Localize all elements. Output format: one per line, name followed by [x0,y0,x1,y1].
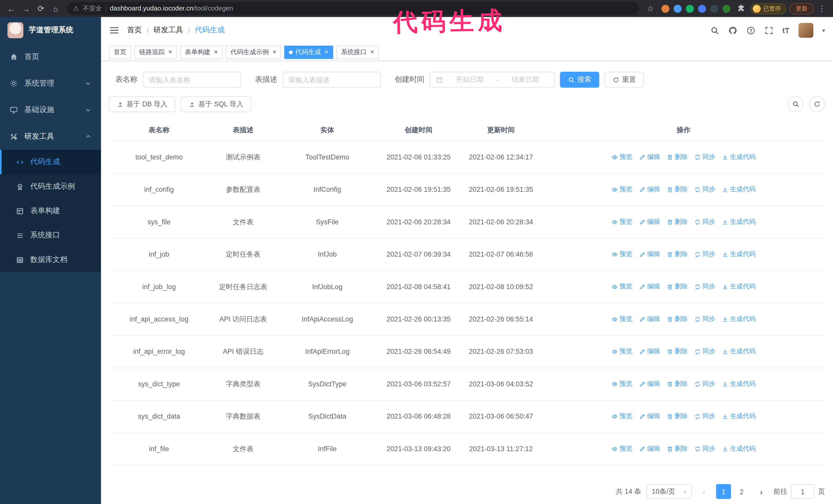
generate-action[interactable]: 生成代码 [722,185,756,194]
preview-action[interactable]: 预览 [612,412,632,421]
sync-action[interactable]: 同步 [695,185,715,194]
preview-action[interactable]: 预览 [612,217,632,226]
generate-action[interactable]: 生成代码 [722,152,756,162]
preview-action[interactable]: 预览 [612,185,632,194]
edit-action[interactable]: 编辑 [639,152,660,162]
extension-icon-6[interactable] [722,5,731,13]
tab-close-icon[interactable]: × [214,49,218,55]
delete-action[interactable]: 删除 [667,250,688,259]
hamburger-icon[interactable] [109,25,119,35]
generate-action[interactable]: 生成代码 [722,379,756,388]
delete-action[interactable]: 删除 [667,152,688,162]
preview-action[interactable]: 预览 [612,379,632,388]
app-logo[interactable]: 芋道管理系统 [0,17,101,44]
sync-action[interactable]: 同步 [695,152,715,162]
breadcrumb-item-1[interactable]: 首页 [127,25,142,35]
generate-action[interactable]: 生成代码 [722,250,756,259]
edit-action[interactable]: 编辑 [639,217,660,226]
generate-action[interactable]: 生成代码 [722,347,756,356]
extension-icon-2[interactable] [673,5,682,13]
generate-action[interactable]: 生成代码 [722,412,756,421]
delete-action[interactable]: 删除 [667,217,688,226]
extension-icon-1[interactable] [662,5,669,13]
tab-6[interactable]: 系统接口× [336,45,379,59]
edit-action[interactable]: 编辑 [639,315,660,323]
delete-action[interactable]: 删除 [667,412,688,421]
browser-update-button[interactable]: 更新 [789,3,814,14]
tab-close-icon[interactable]: × [371,49,374,55]
header-search-icon[interactable] [710,26,719,35]
table-name-input[interactable] [149,76,235,83]
delete-action[interactable]: 删除 [667,347,688,356]
sidebar-subitem-1[interactable]: 代码生成 [0,150,101,174]
delete-action[interactable]: 删除 [667,282,688,291]
generate-action[interactable]: 生成代码 [722,315,756,323]
paused-badge[interactable]: 已暂停 [751,3,786,14]
edit-action[interactable]: 编辑 [639,444,660,453]
generate-action[interactable]: 生成代码 [722,217,756,226]
search-button[interactable]: 搜索 [560,72,599,88]
page-button-1[interactable]: 1 [716,484,731,499]
extension-icon-5[interactable] [710,5,718,13]
sidebar-subitem-4[interactable]: 系统接口 [0,223,101,248]
preview-action[interactable]: 预览 [612,282,632,291]
sync-action[interactable]: 同步 [695,379,715,388]
tab-3[interactable]: 表单构建× [180,45,223,59]
table-desc-input[interactable] [288,76,375,83]
page-button-2[interactable]: 2 [734,484,749,499]
tab-close-icon[interactable]: × [272,49,276,55]
reset-button[interactable]: 重置 [604,72,644,88]
tab-close-icon[interactable]: × [168,49,172,55]
edit-action[interactable]: 编辑 [639,412,660,421]
extension-icon-4[interactable] [698,5,706,13]
generate-action[interactable]: 生成代码 [722,444,756,453]
preview-action[interactable]: 预览 [612,250,632,259]
tab-2[interactable]: 链路追踪× [134,45,177,59]
sync-action[interactable]: 同步 [695,412,715,421]
fullscreen-icon[interactable] [764,26,773,35]
font-size-icon[interactable]: tT [783,26,789,34]
page-size-select[interactable]: 10条/页 ▾ [646,484,691,499]
bookmark-star-icon[interactable]: ☆ [643,2,657,16]
date-range-picker[interactable]: 开始日期 - 结束日期 [430,72,555,88]
extension-icon-3[interactable] [686,5,694,13]
sidebar-item-2[interactable]: 系统管理 [0,70,101,97]
sync-action[interactable]: 同步 [695,282,715,291]
sidebar-item-4[interactable]: 研发工具 [0,123,101,150]
browser-menu-icon[interactable]: ⋮ [815,2,829,16]
sync-action[interactable]: 同步 [695,250,715,259]
delete-action[interactable]: 删除 [667,444,688,453]
browser-home-icon[interactable]: ⌂ [49,2,63,16]
import-sql-button[interactable]: 基于 SQL 导入 [181,96,251,112]
delete-action[interactable]: 删除 [667,379,688,388]
security-warning-label[interactable]: 不安全 [83,4,102,13]
docs-help-icon[interactable] [746,26,755,35]
browser-address-bar[interactable]: ⚠ 不安全 dashboard.yudao.iocoder.cn/tool/co… [67,2,639,15]
tab-1[interactable]: 首页 [109,45,131,59]
sidebar-subitem-5[interactable]: 数据库文档 [0,248,101,272]
github-icon[interactable] [728,26,737,35]
user-avatar[interactable] [799,23,813,38]
extensions-puzzle-icon[interactable] [737,4,745,13]
goto-page-input[interactable] [791,484,814,499]
tab-close-icon[interactable]: × [325,49,329,55]
sidebar-subitem-2[interactable]: 代码生成示例 [0,174,101,199]
preview-action[interactable]: 预览 [612,315,632,323]
edit-action[interactable]: 编辑 [639,282,660,291]
sync-action[interactable]: 同步 [695,217,715,226]
tab-4[interactable]: 代码生成示例× [226,45,281,59]
avatar-caret-icon[interactable]: ▾ [822,27,825,33]
sidebar-item-3[interactable]: 基础设施 [0,97,101,123]
edit-action[interactable]: 编辑 [639,379,660,388]
browser-reload-icon[interactable]: ⟳ [34,2,48,16]
delete-action[interactable]: 删除 [667,185,688,194]
refresh-table-button[interactable] [809,96,825,112]
tab-5[interactable]: 代码生成× [284,45,333,59]
edit-action[interactable]: 编辑 [639,250,660,259]
preview-action[interactable]: 预览 [612,152,632,162]
next-page-button[interactable]: › [754,484,768,499]
edit-action[interactable]: 编辑 [639,347,660,356]
sync-action[interactable]: 同步 [695,347,715,356]
prev-page-button[interactable]: ‹ [697,484,711,499]
preview-action[interactable]: 预览 [612,347,632,356]
